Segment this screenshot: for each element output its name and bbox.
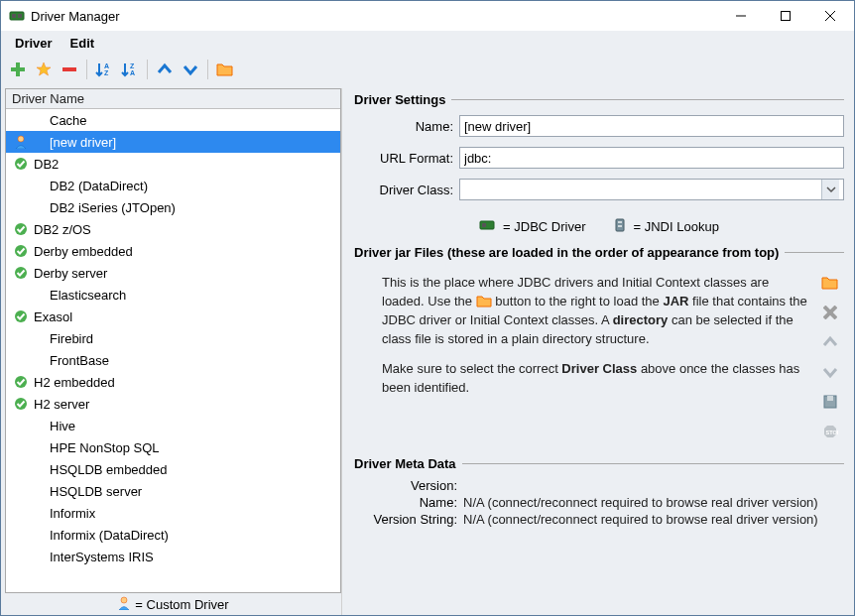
driver-list-row[interactable]: H2 server (6, 393, 340, 415)
svg-marker-9 (37, 62, 51, 75)
driver-list-row[interactable]: Cache (6, 109, 340, 131)
driver-row-label: Informix (50, 506, 95, 521)
chevron-down-icon[interactable] (821, 180, 839, 199)
jar-files-label: Driver jar Files (these are loaded in th… (354, 245, 779, 260)
jar-files-title: Driver jar Files (these are loaded in th… (354, 245, 844, 260)
move-up-button[interactable] (154, 59, 176, 80)
name-label: Name: (354, 119, 459, 134)
driver-list-row[interactable]: Informix (DataDirect) (6, 524, 340, 546)
sort-asc-button[interactable]: AZ (93, 59, 115, 80)
driver-list-row[interactable]: HPE NonStop SQL (6, 436, 340, 458)
svg-text:STOP: STOP (826, 430, 839, 435)
ok-icon (12, 397, 30, 411)
url-row: URL Format: (354, 147, 844, 169)
driver-list-row[interactable]: Exasol (6, 306, 340, 327)
driver-list-row[interactable]: Firebird (6, 327, 340, 349)
name-input[interactable] (459, 115, 844, 137)
jar-save-button[interactable] (819, 391, 841, 413)
menu-edit[interactable]: Edit (62, 34, 103, 53)
remove-button[interactable] (59, 59, 80, 80)
ok-icon (12, 222, 30, 236)
add-button[interactable] (7, 59, 29, 80)
ok-icon (12, 266, 30, 280)
driver-row-label: HSQLDB server (50, 484, 142, 499)
jar-help-text: This is the place where JDBC drivers and… (354, 270, 810, 442)
driver-row-label: H2 server (34, 397, 89, 412)
driver-list-row[interactable]: DB2 iSeries (JTOpen) (6, 196, 340, 218)
meta-data-section: Version: Name: N/A (connect/reconnect re… (354, 477, 844, 528)
driver-list-row[interactable]: DB2 (6, 153, 340, 175)
driver-row-label: HSQLDB embedded (50, 462, 168, 477)
settings-pane: Driver Settings Name: URL Format: Driver… (342, 84, 854, 615)
driver-row-label: Cache (50, 113, 87, 128)
driver-list-row[interactable]: FrontBase (6, 349, 340, 371)
menu-driver[interactable]: Driver (7, 34, 61, 53)
driver-list: Driver Name Cache[new driver]DB2DB2 (Dat… (5, 88, 341, 593)
close-button[interactable] (807, 2, 852, 30)
driver-list-row[interactable]: Informix (6, 502, 340, 524)
jar-move-up-button[interactable] (819, 331, 841, 353)
url-label: URL Format: (354, 151, 459, 166)
driver-list-body[interactable]: Cache[new driver]DB2DB2 (DataDirect)DB2 … (6, 109, 340, 592)
driver-list-row[interactable]: Elasticsearch (6, 284, 340, 306)
favorite-button[interactable] (33, 59, 55, 80)
maximize-button[interactable] (763, 2, 807, 30)
jar-text-1b: button to the right to load the (495, 294, 663, 308)
meta-name-value: N/A (connect/reconnect required to brows… (463, 495, 818, 510)
legend-jdbc-label: = JDBC Driver (503, 219, 585, 234)
jar-stop-button[interactable]: STOP (819, 421, 841, 442)
window-title: Driver Manager (31, 9, 718, 24)
driver-list-row[interactable]: DB2 (DataDirect) (6, 175, 340, 196)
svg-rect-2 (18, 14, 22, 18)
minimize-button[interactable] (718, 2, 763, 30)
sort-desc-button[interactable]: ZA (119, 59, 141, 80)
driver-settings-title: Driver Settings (354, 92, 844, 107)
driver-list-row[interactable]: HSQLDB embedded (6, 458, 340, 480)
driver-row-label: Firebird (50, 331, 93, 346)
legend-custom-driver: = Custom Driver (5, 593, 341, 615)
ok-icon (12, 157, 30, 171)
content-area: Driver Name Cache[new driver]DB2DB2 (Dat… (1, 84, 854, 615)
meta-data-label: Driver Meta Data (354, 456, 456, 471)
driver-list-row[interactable]: H2 embedded (6, 371, 340, 393)
driver-list-row[interactable]: Hive (6, 415, 340, 436)
class-row: Driver Class: (354, 179, 844, 200)
meta-name-label: Name: (354, 495, 463, 510)
url-input[interactable] (459, 147, 844, 169)
svg-rect-29 (618, 221, 622, 223)
jar-open-button[interactable] (819, 272, 841, 294)
driver-list-row[interactable]: [new driver] (6, 131, 340, 153)
user-icon (12, 135, 30, 149)
meta-version-label: Version: (354, 478, 463, 493)
jar-move-down-button[interactable] (819, 361, 841, 383)
driver-row-label: Informix (DataDirect) (50, 528, 169, 543)
ok-icon (12, 244, 30, 258)
jar-text-jar: JAR (663, 294, 688, 308)
driver-row-label: Derby embedded (34, 244, 133, 259)
jar-remove-button[interactable] (819, 302, 841, 323)
jar-text-2a: Make sure to select the correct (382, 361, 561, 376)
driver-list-header[interactable]: Driver Name (6, 89, 340, 109)
open-folder-button[interactable] (214, 59, 236, 80)
app-icon (9, 8, 25, 24)
name-row: Name: (354, 115, 844, 137)
driver-row-label: DB2 z/OS (34, 222, 91, 237)
driver-row-label: DB2 (DataDirect) (50, 179, 148, 193)
move-down-button[interactable] (180, 59, 201, 80)
jar-text-dc: Driver Class (561, 361, 637, 376)
driver-list-row[interactable]: DB2 z/OS (6, 218, 340, 240)
driver-list-row[interactable]: HSQLDB server (6, 480, 340, 502)
meta-version-row: Version: (354, 477, 844, 494)
svg-rect-1 (12, 14, 16, 18)
driver-list-row[interactable]: InterSystems IRIS (6, 546, 340, 567)
driver-list-pane: Driver Name Cache[new driver]DB2DB2 (Dat… (5, 88, 342, 615)
svg-text:A: A (130, 69, 135, 76)
svg-rect-30 (618, 225, 622, 227)
svg-text:Z: Z (104, 69, 109, 76)
driver-class-combo[interactable] (459, 179, 844, 200)
driver-list-row[interactable]: Derby server (6, 262, 340, 284)
jar-text-dir: directory (613, 312, 669, 327)
svg-rect-10 (62, 67, 76, 71)
driver-list-row[interactable]: Derby embedded (6, 240, 340, 262)
svg-rect-34 (827, 396, 833, 401)
